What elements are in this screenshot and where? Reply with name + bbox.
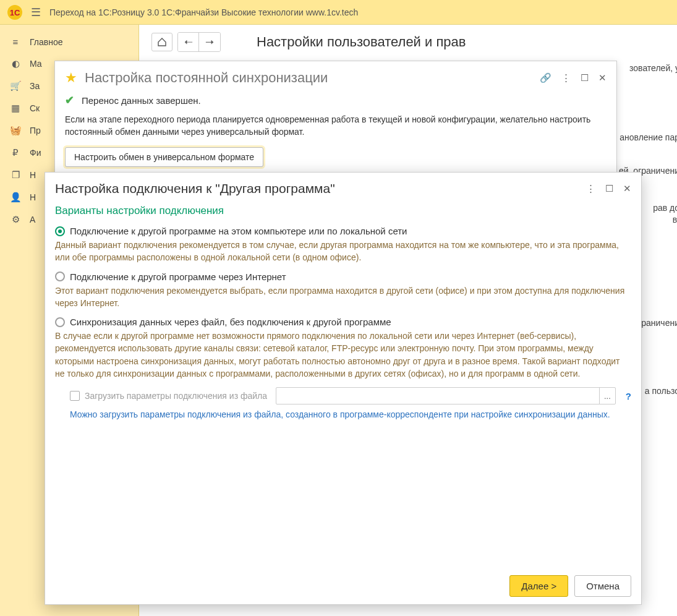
section-title: Варианты настройки подключения bbox=[45, 199, 641, 220]
option-description: Данный вариант подключения рекомендуется… bbox=[55, 239, 631, 264]
forward-button[interactable]: 🠒 bbox=[199, 33, 220, 51]
basket-icon: 🧺 bbox=[9, 125, 22, 136]
sync-setup-dialog: ★ Настройка постоянной синхронизации 🔗 ⋮… bbox=[54, 61, 617, 178]
bg-text: ановление пар bbox=[620, 131, 677, 144]
browse-button[interactable]: ... bbox=[599, 388, 615, 404]
radio-label: Подключение к другой программе через Инт… bbox=[70, 272, 286, 282]
list-icon: ≡ bbox=[9, 36, 22, 47]
help-icon[interactable]: ? bbox=[626, 391, 631, 401]
person-icon: 👤 bbox=[9, 192, 22, 203]
radio-file[interactable] bbox=[55, 317, 65, 327]
hint-text: Можно загрузить параметры подключения из… bbox=[70, 408, 631, 421]
bg-text: а пользо bbox=[645, 385, 677, 398]
info-text: Если на этапе переходного периода планир… bbox=[65, 113, 607, 139]
configure-exchange-button[interactable]: Настроить обмен в универсальном формате bbox=[65, 147, 263, 167]
sidebar-label: Ск bbox=[30, 103, 40, 113]
close-icon[interactable]: ✕ bbox=[623, 183, 631, 194]
sidebar-item-main[interactable]: ≡Главное bbox=[0, 31, 138, 53]
cancel-button[interactable]: Отмена bbox=[574, 575, 631, 597]
pie-icon: ◐ bbox=[9, 58, 22, 69]
sidebar-label: Н bbox=[30, 170, 36, 180]
dialog-title: Настройка постоянной синхронизации bbox=[85, 70, 540, 86]
page-title: Настройки пользователей и прав bbox=[257, 34, 466, 50]
option-description: Этот вариант подключения рекомендуется в… bbox=[55, 284, 631, 310]
close-icon[interactable]: ✕ bbox=[598, 72, 607, 83]
maximize-icon[interactable]: ☐ bbox=[605, 183, 613, 194]
sidebar-label: Пр bbox=[30, 126, 41, 135]
link-icon[interactable]: 🔗 bbox=[540, 72, 551, 83]
next-button[interactable]: Далее > bbox=[509, 575, 568, 597]
radio-label: Подключение к другой программе на этом к… bbox=[70, 226, 407, 236]
topbar: 1C ☰ Переход на 1С:Розницу 3.0 1С:Франча… bbox=[0, 0, 677, 25]
dialog-title: Настройка подключения к "Другая программ… bbox=[55, 181, 586, 196]
copy-icon: ❐ bbox=[9, 169, 22, 181]
check-icon: ✔ bbox=[65, 93, 74, 107]
kebab-icon[interactable]: ⋮ bbox=[586, 183, 595, 194]
load-params-checkbox[interactable] bbox=[70, 391, 80, 401]
file-path-input[interactable]: ... bbox=[276, 387, 616, 404]
logo-1c: 1C bbox=[6, 4, 23, 21]
radio-local[interactable] bbox=[55, 226, 65, 236]
svg-text:1C: 1C bbox=[10, 8, 20, 17]
bg-text: зователей, у bbox=[629, 62, 677, 75]
radio-label: Синхронизация данных через файл, без под… bbox=[70, 317, 391, 327]
gear-icon: ⚙ bbox=[9, 214, 22, 225]
maximize-icon[interactable]: ☐ bbox=[581, 72, 589, 83]
main-toolbar: 🠐 🠒 Настройки пользователей и прав bbox=[151, 32, 665, 52]
sidebar-label: Ма bbox=[30, 59, 42, 69]
bg-text: раничени bbox=[641, 317, 677, 330]
star-icon[interactable]: ★ bbox=[65, 70, 77, 86]
sidebar-label: Фи bbox=[30, 148, 41, 158]
bg-text: в. bbox=[673, 213, 677, 226]
option-description: В случае если к другой программе нет воз… bbox=[55, 330, 631, 380]
back-button[interactable]: 🠐 bbox=[178, 33, 199, 51]
checkbox-label: Загрузить параметры подключения из файла bbox=[85, 391, 267, 401]
radio-internet[interactable] bbox=[55, 272, 65, 281]
grid-icon: ▦ bbox=[9, 103, 22, 114]
menu-icon[interactable]: ☰ bbox=[31, 6, 41, 19]
sidebar-label: А bbox=[30, 215, 35, 225]
status-text: Перенос данных завершен. bbox=[82, 95, 201, 106]
ruble-icon: ₽ bbox=[9, 147, 22, 158]
sidebar-label: Н bbox=[30, 192, 36, 202]
sidebar-label: Главное bbox=[30, 37, 63, 47]
kebab-icon[interactable]: ⋮ bbox=[561, 72, 571, 83]
app-title: Переход на 1С:Розницу 3.0 1С:Франчайзи В… bbox=[49, 7, 358, 17]
home-button[interactable] bbox=[151, 33, 172, 51]
sidebar-label: За bbox=[30, 81, 40, 91]
bg-text: рав до bbox=[653, 202, 677, 215]
connection-setup-dialog: Настройка подключения к "Другая программ… bbox=[45, 172, 642, 605]
cart-icon: 🛒 bbox=[9, 80, 22, 92]
